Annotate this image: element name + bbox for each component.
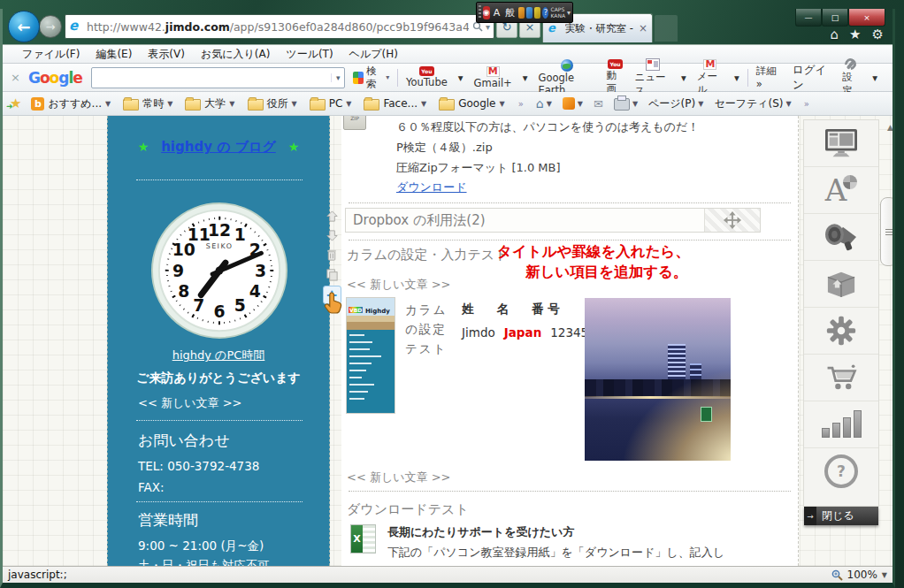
panel-scroll-up-icon[interactable]: ▲ xyxy=(887,123,893,132)
new-text-placeholder[interactable]: << 新しい文章 >> xyxy=(347,470,450,485)
back-button[interactable]: ← xyxy=(8,11,40,42)
move-up-icon[interactable] xyxy=(324,208,341,225)
statistics-tool-button[interactable] xyxy=(804,401,878,448)
site-thumbnail-image[interactable]: VBD Highdy xyxy=(346,297,395,414)
zoom-caret[interactable]: ▼ xyxy=(882,571,887,579)
google-search-box[interactable]: ▾ xyxy=(91,67,346,88)
new-tab-button[interactable] xyxy=(655,15,678,42)
copy-icon[interactable] xyxy=(324,266,341,283)
menu-view[interactable]: 表示(V) xyxy=(141,45,192,64)
gmail-button[interactable]: M Gmail+ xyxy=(471,65,515,90)
google-g-icon xyxy=(353,72,364,84)
move-down-icon[interactable] xyxy=(324,227,341,244)
print-button[interactable]: ▼ xyxy=(610,95,641,112)
status-link-text: javascript:; xyxy=(8,569,67,581)
dropbox-section-header[interactable]: Dropbox の利用法(2) xyxy=(345,208,761,233)
favorite-folder-jouji[interactable]: 常時▼ xyxy=(119,95,177,113)
ime-dictionary-icon[interactable] xyxy=(518,7,525,19)
ime-grip-handle[interactable] xyxy=(479,5,481,19)
menu-favorites[interactable]: お気に入り(A) xyxy=(194,45,277,64)
panel-drag-handle[interactable] xyxy=(880,197,893,266)
maximize-button[interactable]: □ xyxy=(822,9,848,27)
pc-time-link[interactable]: highdy のPC時間 xyxy=(108,347,329,363)
page-menu-button[interactable]: ページ(P)▼ xyxy=(645,95,707,113)
panel-close-button[interactable]: → 閉じる xyxy=(804,507,878,525)
toolbar-close-icon[interactable]: × xyxy=(8,71,23,84)
layout-tool-button[interactable] xyxy=(804,120,878,167)
minimize-button[interactable]: — xyxy=(795,9,822,27)
ime-logo-icon[interactable]: ◉ xyxy=(483,6,490,19)
addons-tool-button[interactable] xyxy=(804,261,878,308)
mail-button[interactable]: M メール xyxy=(694,58,726,97)
home-icon[interactable]: ⌂ xyxy=(831,27,839,42)
youtube-caret[interactable]: ▾ xyxy=(456,71,466,85)
city-night-photo[interactable] xyxy=(585,298,731,461)
menu-tools[interactable]: ツール(T) xyxy=(279,45,340,64)
ime-input-mode-button[interactable]: A xyxy=(492,7,502,19)
ime-conversion-mode-button[interactable]: 般 xyxy=(503,6,517,19)
ime-tools-icon[interactable] xyxy=(534,7,540,19)
forward-button[interactable]: → xyxy=(39,15,62,38)
blog-link[interactable]: highdy の ブログ xyxy=(161,139,276,155)
google-search-button[interactable]: 検索▾ xyxy=(350,64,392,92)
wrench-icon xyxy=(844,58,856,71)
close-window-button[interactable]: × xyxy=(848,9,885,27)
add-favorite-button[interactable]: ★➜ xyxy=(8,95,23,111)
settings-caret[interactable]: ▾ xyxy=(870,71,880,85)
delete-trash-icon[interactable] xyxy=(324,247,341,263)
shop-tool-button[interactable] xyxy=(804,355,878,401)
tab-close-icon[interactable]: × xyxy=(639,22,647,34)
new-text-placeholder[interactable]: << 新しい文章 >> xyxy=(347,277,450,293)
ime-search-icon[interactable] xyxy=(526,7,532,19)
overflow-chevrons[interactable]: » xyxy=(799,99,815,109)
ime-help-icon[interactable]: ? xyxy=(542,7,548,19)
mail-caret[interactable]: ▾ xyxy=(732,71,742,85)
address-bar[interactable]: e http://www42.jimdo.com/app/s91306ef0a2… xyxy=(65,14,494,39)
favorite-folder-google[interactable]: Google▼ xyxy=(434,95,509,112)
video-button[interactable]: You 動画 xyxy=(604,58,627,96)
favorite-osusume[interactable]: b おすすめ...▼ xyxy=(27,95,115,113)
google-earth-button[interactable]: Google Earth xyxy=(536,58,599,97)
style-tool-button[interactable]: A xyxy=(804,167,878,214)
read-mail-button[interactable]: ✉ xyxy=(590,95,607,112)
zoom-control[interactable]: 100% ▼ xyxy=(831,569,887,581)
favorite-folder-pc[interactable]: PC▼ xyxy=(305,95,356,112)
ime-language-bar[interactable]: ◉ A 般 ? CAPSKANA ▾ xyxy=(476,2,573,23)
home-command-button[interactable]: ⌂▼ xyxy=(532,95,555,112)
drag-move-handle[interactable] xyxy=(704,209,760,232)
home-icon: ⌂ xyxy=(536,96,544,111)
safety-menu-button[interactable]: セーフティ(S)▼ xyxy=(710,95,794,113)
download-link[interactable]: ダウンロード xyxy=(396,179,467,195)
menu-edit[interactable]: 編集(E) xyxy=(88,45,139,64)
google-search-input[interactable] xyxy=(92,70,331,86)
favorites-bar: ★➜ b おすすめ...▼ 常時▼ 大学▼ 役所▼ PC▼ Face...▼ G… xyxy=(3,92,893,116)
tools-gear-icon[interactable]: ⚙ xyxy=(872,27,884,42)
overflow-chevrons[interactable]: » xyxy=(513,99,529,109)
more-button[interactable]: 詳細 » xyxy=(754,64,785,91)
google-logo: Google xyxy=(28,69,86,87)
megaphone-icon xyxy=(823,222,860,252)
favorite-folder-yakusho[interactable]: 役所▼ xyxy=(243,95,302,113)
login-button[interactable]: ログイン xyxy=(790,62,831,94)
favorite-folder-daigaku[interactable]: 大学▼ xyxy=(180,95,239,113)
marketing-tool-button[interactable] xyxy=(804,214,878,261)
favorites-star-icon[interactable]: ★ xyxy=(849,27,861,42)
tab-favicon: e xyxy=(548,21,562,35)
ime-minimize-icon[interactable]: ▾ xyxy=(567,9,571,17)
news-caret[interactable]: ▾ xyxy=(678,71,689,85)
page-viewport: ★highdy の ブログ★ SEIKO 12 1 2 xyxy=(3,116,893,566)
address-dropdown-caret[interactable]: ▾ xyxy=(486,22,490,32)
url-text[interactable]: http://www42.jimdo.com/app/s91306ef0a284… xyxy=(87,20,469,34)
settings-tool-button[interactable] xyxy=(804,308,878,355)
rss-button[interactable]: ▼ xyxy=(559,95,586,111)
search-history-caret[interactable]: ▾ xyxy=(331,73,345,82)
folder-icon xyxy=(248,99,264,111)
new-text-placeholder[interactable]: << 新しい文章 >> xyxy=(108,395,329,411)
menu-help[interactable]: ヘルプ(H) xyxy=(342,45,405,64)
tab-title[interactable]: 実験・研究室 - highdyの... xyxy=(565,22,635,35)
gmail-caret[interactable]: ▾ xyxy=(520,71,531,85)
menu-file[interactable]: ファイル(F) xyxy=(15,45,87,64)
help-tool-button[interactable]: ? xyxy=(804,448,878,494)
youtube-button[interactable]: You YouTube xyxy=(403,65,450,89)
favorite-folder-face[interactable]: Face...▼ xyxy=(359,95,431,112)
